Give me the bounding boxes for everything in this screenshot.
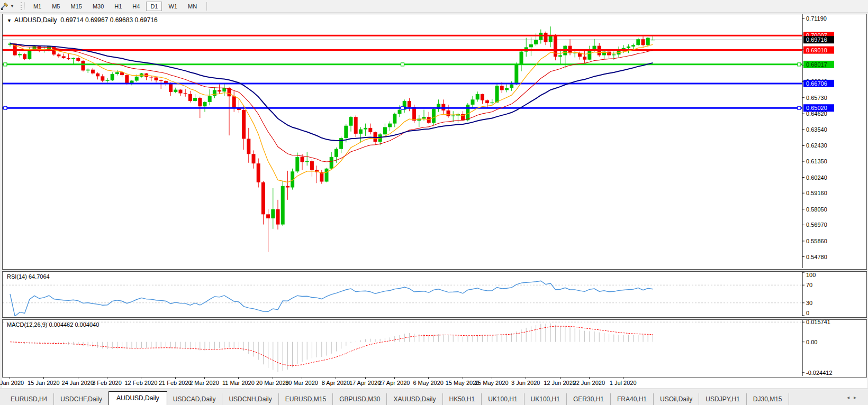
time-label: 6 May 2020 [413,380,443,386]
time-label: 8 Apr 2020 [322,380,350,386]
timeframe-m30[interactable]: M30 [88,2,108,11]
price-chart-canvas[interactable]: 0.711900.701100.690300.679200.668400.657… [3,14,866,268]
svg-text:0.68017: 0.68017 [806,61,827,68]
timeframe-toolbar: ▼ M1M5M15M30H1H4D1W1MN [0,0,868,13]
tab-usdcnh-daily[interactable]: USDCNH,Daily [222,393,278,405]
price-tick: 0.55860 [806,238,827,244]
price-tick: 0.65730 [806,95,827,101]
timeframe-m5[interactable]: M5 [48,2,64,11]
price-tick: 0.61350 [806,158,827,164]
line-handle[interactable] [798,63,801,66]
tab-eurusd-m15[interactable]: EURUSD,M15 [279,393,333,405]
line-handle[interactable] [798,106,801,109]
rsi-tick: 30 [806,300,812,306]
tab-hk50-h1[interactable]: HK50,H1 [443,393,482,405]
rsi-tick: 0 [806,310,809,316]
line-handle[interactable] [401,106,404,109]
time-label: 27 Apr 2020 [378,380,410,386]
toolbar-grip[interactable] [21,2,25,10]
time-label: 25 May 2020 [475,380,509,386]
toolbar-dropdown-icon[interactable]: ▼ [10,4,14,8]
time-tick [463,378,463,379]
rsi-tick: 70 [806,282,812,288]
rsi-panel[interactable]: 10070300 RSI(14) 64.7064 [2,271,867,318]
time-label: 30 Mar 2020 [285,380,318,386]
line-handle[interactable] [4,106,7,109]
time-tick [78,378,78,379]
time-tick [560,378,560,379]
ma-mid-red [10,44,653,162]
timeframe-h1[interactable]: H1 [110,2,126,11]
chart-title-text: AUDUSD,Daily 0.69714 0.69967 0.69683 0.6… [14,16,158,24]
macd-histogram [10,324,653,372]
timeframe-d1[interactable]: D1 [146,2,162,11]
timeframe-buttons: M1M5M15M30H1H4D1W1MN [28,2,202,11]
tab-dj30-m15[interactable]: DJ30,M15 [747,393,789,405]
time-axis[interactable]: 6 Jan 202015 Jan 202024 Jan 20203 Feb 20… [2,378,867,388]
tab-ger30-h1[interactable]: GER30,H1 [567,393,611,405]
price-chart-panel[interactable]: 0.711900.701100.690300.679200.668400.657… [2,14,867,270]
price-tick: 0.54780 [806,254,827,260]
time-label: 22 Jun 2020 [573,380,605,386]
macd-canvas[interactable]: 0.0157410.00-0.024412 [3,320,866,376]
line-handle[interactable] [4,63,7,66]
timeframe-m1[interactable]: M1 [29,2,46,11]
price-tick: 0.62430 [806,142,827,149]
time-tick [623,378,623,379]
chart-title: ▼AUDUSD,Daily 0.69714 0.69967 0.69683 0.… [7,16,158,24]
time-tick [394,378,395,379]
time-label: 21 Feb 2020 [159,380,192,386]
timeframe-m15[interactable]: M15 [66,2,86,11]
time-label: 15 Jan 2020 [28,380,60,386]
chart-tab-bar: EURUSD,H4USDCHF,DailyAUDUSD,DailyUSDCAD,… [0,389,868,405]
tab-audusd-daily[interactable]: AUDUSD,Daily [108,391,167,405]
macd-label: MACD(12,26,9) 0.004462 0.004040 [7,321,99,328]
price-tick: 0.56970 [806,222,827,228]
time-tick [365,378,366,379]
time-tick [526,378,526,379]
time-label: 3 Feb 2020 [92,380,122,386]
time-label: 1 Jul 2020 [610,380,637,386]
tab-gbpusd-m30[interactable]: GBPUSD,M30 [333,393,387,405]
rsi-canvas[interactable]: 10070300 [3,272,866,316]
drawing-tool-icon[interactable] [1,2,9,11]
tab-uk100-h1[interactable]: UK100,H1 [525,393,567,405]
svg-text:0.65020: 0.65020 [806,105,827,111]
timeframe-w1[interactable]: W1 [164,2,182,11]
time-label: 17 Apr 2020 [349,380,381,386]
macd-panel[interactable]: 0.0157410.00-0.024412 MACD(12,26,9) 0.00… [2,319,867,378]
tab-usoil-daily[interactable]: USOil,Daily [654,393,699,405]
tab-xauusd-daily[interactable]: XAUUSD,Daily [387,393,442,405]
macd-tick: 0.00 [806,339,817,345]
time-tick [141,378,141,379]
time-tick [336,378,336,379]
timeframe-mn[interactable]: MN [184,2,201,11]
tab-fra40-h1[interactable]: FRA40,H1 [611,393,654,405]
candles-layer [8,26,655,252]
tab-scroll-left-icon[interactable]: ◂ [847,394,854,400]
tab-usdcad-daily[interactable]: USDCAD,Daily [167,393,223,405]
time-label: 11 Mar 2020 [222,380,255,386]
time-tick [204,378,205,379]
time-label: 6 Jan 2020 [0,380,24,386]
toolbar-separator [206,2,207,11]
tab-usdjpy-h1[interactable]: USDJPY,H1 [699,393,746,405]
time-tick [175,378,176,379]
macd-tick: 0.015741 [806,320,830,325]
time-label: 3 Jun 2020 [511,380,540,386]
svg-text:0.66706: 0.66706 [806,80,827,87]
chart-menu-icon[interactable]: ▼ [7,18,12,23]
tab-eurusd-h4[interactable]: EURUSD,H4 [4,393,54,405]
time-tick [302,378,302,379]
time-tick [589,378,590,379]
tab-usdchf-daily[interactable]: USDCHF,Daily [54,393,109,405]
tab-scroll-right-icon[interactable]: ▸ [854,394,861,400]
timeframe-h4[interactable]: H4 [128,2,144,11]
chart-tabs: EURUSD,H4USDCHF,DailyAUDUSD,DailyUSDCAD,… [4,393,789,405]
rsi-label: RSI(14) 64.7064 [7,273,50,280]
macd-tick: -0.024412 [806,370,833,376]
time-tick [107,378,107,379]
line-handle[interactable] [401,63,404,66]
price-tick: 0.71190 [806,15,827,22]
tab-uk100-h1[interactable]: UK100,H1 [482,393,524,405]
